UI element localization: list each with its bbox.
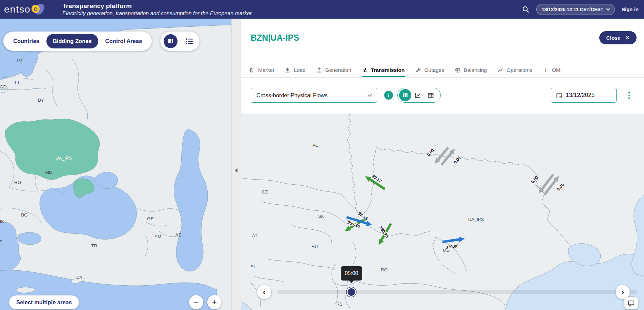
- zoom-out-button[interactable]: −: [189, 295, 203, 309]
- map-label-lt: LT: [15, 80, 20, 85]
- timeline-prev-button[interactable]: ‹: [257, 285, 271, 299]
- date-picker[interactable]: 13/12/2025: [551, 88, 617, 103]
- tab-label: Balancing: [464, 67, 487, 73]
- map-label-az: AZ: [175, 232, 181, 237]
- tab-generation[interactable]: Generation: [316, 64, 351, 77]
- flow-map-label-ro: RO: [381, 267, 388, 272]
- zoom-in-button[interactable]: +: [207, 295, 222, 309]
- header-titles: Transparency platform Electricity genera…: [62, 2, 253, 17]
- flow-map-label-si: SI: [251, 264, 255, 269]
- map-tools-card: [160, 32, 200, 51]
- tab-label: Operations: [506, 67, 532, 73]
- timeline-tooltip: 05:00: [341, 266, 362, 281]
- map-view-tab-control-areas[interactable]: Control Areas: [99, 34, 149, 48]
- date-value: 13/12/2025: [566, 92, 595, 99]
- scales-icon: [455, 67, 461, 73]
- list-view-icon[interactable]: [185, 37, 193, 45]
- flow-map[interactable]: PLCZSKATHUSIROMDUA_IPSRS 0.000.0029.1798…: [241, 113, 644, 310]
- map-label-lv: LV: [17, 58, 22, 63]
- tab-label: Outages: [424, 67, 444, 73]
- controls-row: Cross-border Physical Flows i: [241, 88, 644, 103]
- table-icon: [428, 92, 434, 99]
- timeline-track[interactable]: [277, 290, 637, 294]
- select-multiple-areas-button[interactable]: Select multiple areas: [9, 295, 79, 309]
- map-mode-button[interactable]: [399, 89, 411, 101]
- map-view-tab-countries[interactable]: Countries: [7, 34, 46, 48]
- euro-icon: €: [249, 67, 255, 73]
- svg-text:i: i: [545, 67, 546, 73]
- flow-map-label-hu: HU: [312, 244, 318, 249]
- map-label-kgd: KGD: [0, 84, 7, 89]
- map-label-am: AM: [154, 234, 161, 239]
- calendar-icon: [556, 92, 562, 99]
- line-chart-icon: [415, 92, 421, 99]
- datetime-selector[interactable]: 13/12/2025 12:11 CET/CEST: [536, 4, 615, 15]
- generation-icon: [316, 67, 322, 73]
- map-icon: [167, 38, 174, 44]
- map-label-gr: GR: [0, 238, 3, 243]
- tab-balancing[interactable]: Balancing: [455, 64, 487, 77]
- tab-transmission[interactable]: Transmission: [362, 64, 405, 77]
- close-icon: ✕: [625, 35, 630, 41]
- detail-panel: BZN|UA-IPS Close ✕ €MarketLoadGeneration…: [241, 19, 644, 310]
- europe-basemap[interactable]: LVLTKGDBYUA_IPSMDROBGMKGRGEAMAZTRCY: [0, 19, 231, 310]
- display-mode-toggle: [397, 88, 441, 103]
- map-view-button[interactable]: [164, 34, 178, 48]
- table-mode-button[interactable]: [424, 89, 437, 102]
- flow-map-label-ua_ips: UA_IPS: [468, 217, 484, 222]
- logo-e-circle: e: [32, 5, 40, 13]
- tab-label: OMI: [552, 67, 562, 73]
- map-view-tabs: CountriesBidding ZonesControl Areas: [3, 32, 152, 51]
- tab-label: Generation: [325, 67, 351, 73]
- tab-outages[interactable]: Outages: [415, 64, 444, 77]
- app-title: Transparency platform: [62, 2, 253, 10]
- logo-text: entso: [4, 4, 31, 15]
- datetime-value: 13/12/2025 12:11 CET/CEST: [542, 7, 603, 12]
- search-icon[interactable]: [522, 6, 529, 13]
- map-icon: [402, 92, 408, 98]
- chat-icon: [628, 300, 635, 307]
- map-label-ge: GE: [147, 216, 154, 221]
- map-label-ua_ips: UA_IPS: [56, 156, 72, 161]
- map-label-by: BY: [38, 98, 44, 103]
- svg-text:€: €: [249, 67, 253, 73]
- tab-market[interactable]: €Market: [249, 64, 274, 77]
- data-view-select[interactable]: Cross-border Physical Flows: [251, 88, 377, 103]
- trend-icon: [497, 67, 503, 73]
- close-button[interactable]: Close ✕: [599, 31, 637, 44]
- tab-load[interactable]: Load: [285, 64, 305, 77]
- chart-mode-button[interactable]: [411, 89, 424, 102]
- entsoe-logo[interactable]: entso e: [4, 3, 58, 16]
- tab-label: Market: [258, 67, 274, 73]
- timeline-handle[interactable]: [347, 287, 356, 297]
- map-label-ro: RO: [14, 180, 21, 185]
- flow-map-label-rs: RS: [336, 302, 342, 307]
- app-subtitle: Electricity generation, transportation a…: [62, 11, 253, 17]
- header: entso e Transparency platform Electricit…: [0, 0, 644, 19]
- load-icon: [285, 67, 291, 73]
- chevron-down-icon: [606, 7, 610, 11]
- europe-map-panel[interactable]: LVLTKGDBYUA_IPSMDROBGMKGRGEAMAZTRCY Coun…: [0, 19, 231, 310]
- omi-icon: i: [543, 67, 549, 73]
- close-label: Close: [606, 35, 620, 41]
- chevron-down-icon: [368, 92, 372, 97]
- flow-map-label-cz: CZ: [262, 189, 268, 194]
- sign-in-button[interactable]: Sign in: [622, 6, 639, 12]
- wrench-icon: [415, 67, 421, 73]
- feedback-button[interactable]: [624, 297, 638, 309]
- more-options-button[interactable]: [627, 90, 631, 100]
- tab-label: Load: [294, 67, 305, 73]
- tab-label: Transmission: [371, 67, 405, 73]
- flow-map-label-sk: SK: [318, 214, 324, 219]
- panel-divider: [231, 19, 241, 310]
- tab-omi[interactable]: iOMI: [543, 64, 562, 77]
- tab-operations[interactable]: Operations: [497, 64, 532, 77]
- info-button[interactable]: i: [384, 91, 393, 100]
- map-label-tr: TR: [91, 243, 97, 248]
- detail-tabs: €MarketLoadGenerationTransmissionOutages…: [241, 64, 644, 78]
- map-view-tab-bidding-zones[interactable]: Bidding Zones: [46, 34, 98, 48]
- flow-map-label-at: AT: [252, 233, 257, 238]
- map-label-cy: CY: [77, 275, 83, 280]
- map-label-mk: MK: [0, 219, 4, 224]
- collapse-panel-arrow-icon[interactable]: [235, 168, 237, 172]
